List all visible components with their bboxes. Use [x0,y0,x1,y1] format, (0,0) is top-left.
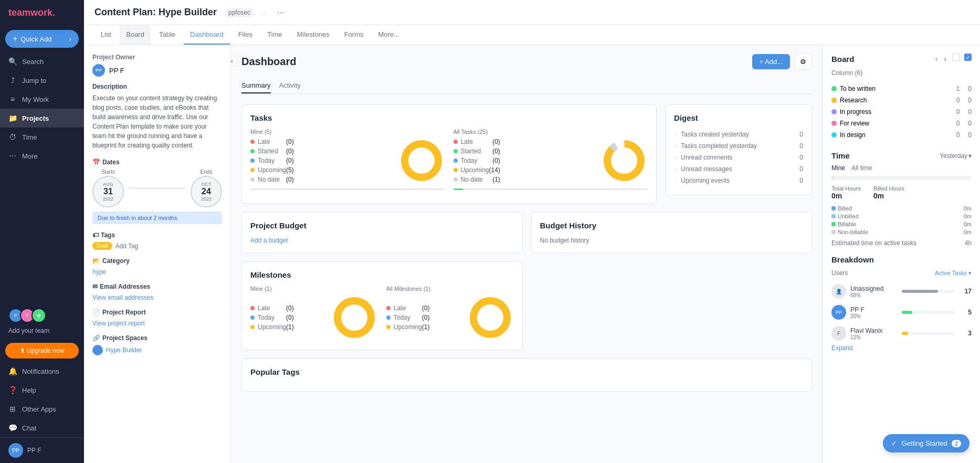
tab-milestones[interactable]: Milestones [290,25,335,45]
sidebar-item-projects[interactable]: 📁 Projects [0,109,84,128]
active-tasks-dropdown[interactable]: Active Tasks ▾ [935,269,972,277]
alltime-time-tab[interactable]: All time [851,164,872,172]
checkbox-1[interactable] [953,54,960,61]
board-row-1: Research 0 0 [831,94,972,106]
description-section: Description Execute on your content stra… [92,83,222,150]
digest-row-0: ○ Tasks created yesterday 0 [674,129,803,140]
flavi-name: Flavi Wanix [850,327,883,334]
ppf-pct: 20% [850,313,864,319]
team-section: P F + Add your team [0,299,84,340]
content-area: Project Owner PP PP F Description Execut… [84,45,980,463]
billed-hours-value: 0m [873,192,904,200]
view-report-link[interactable]: View project report [92,320,145,327]
add-widget-button[interactable]: + Add... [752,54,790,69]
stat-row: Upcoming (5) [250,166,294,174]
getting-started-button[interactable]: ✓ Getting Started 2 [883,434,970,453]
dates-row: Starts AUG 31 2022 Ends OCT 24 2 [92,169,222,207]
add-tag-button[interactable]: Add Tag [115,243,139,250]
add-team-label[interactable]: Add your team [8,327,76,334]
summary-tab[interactable]: Summary [241,78,271,93]
milestone-stat-row: Late (0) [250,304,294,312]
board-prev-button[interactable]: ‹ [933,54,940,64]
add-budget-link[interactable]: Add a budget [250,237,288,244]
sidebar-item-other-apps[interactable]: ⊞ Other Apps [0,399,84,418]
board-next-button[interactable]: › [942,54,949,64]
time-icon: ⏱ [8,133,17,141]
sidebar-item-search[interactable]: 🔍 Search [0,52,84,71]
tab-time[interactable]: Time [261,25,288,45]
digest-title: Digest [674,113,803,122]
tab-list[interactable]: List [94,25,118,45]
user-section[interactable]: PP PP F [0,437,84,463]
stat-row: Today (0) [250,157,294,164]
more-options-icon[interactable]: ··· [277,8,284,17]
sidebar: teamwork. + Quick Add › 🔍 Search ⤴ Jump … [0,0,84,463]
sidebar-item-help[interactable]: ❓ Help [0,381,84,399]
tab-more[interactable]: More... [372,25,405,45]
sidebar-item-chat[interactable]: 💬 Chat [0,418,84,437]
sidebar-item-my-work[interactable]: ≡ My Work [0,90,84,109]
all-donut-container: Late (0) Started (0) Today [454,137,648,184]
digest-row-1: ○ Tasks completed yesterday 0 [674,140,803,152]
board-header: Board ‹ › ✓ [831,54,972,64]
user-row-unassigned: 👤 Unassigned 68% 17 [831,281,972,302]
report-section: 📄 Project Report View project report [92,309,222,327]
settings-button[interactable]: ⚙ [794,54,812,70]
tab-files[interactable]: Files [232,25,259,45]
sidebar-item-more[interactable]: ⋯ More [0,146,84,165]
quick-add-button[interactable]: + Quick Add › [5,30,79,48]
tag-draft[interactable]: Draft [92,242,112,250]
mine-milestones-label: Mine (1) [250,286,378,292]
breakdown-header: Breakdown [831,255,972,264]
legend-dot-3 [831,230,836,234]
milestone-stat-row: Upcoming (1) [250,323,294,331]
mine-tasks: Mine (5) Late (0) Started [250,129,445,190]
user-info-flavi: F Flavi Wanix 12% [831,326,893,341]
milestones-row: Milestones Mine (1) Late (0) [241,261,812,350]
collapse-left-button[interactable]: ‹ [231,56,237,66]
report-label: 📄 Project Report [92,309,222,316]
expand-link[interactable]: Expand [831,344,853,352]
description-text: Execute on your content strategy by crea… [92,93,222,150]
spaces-value[interactable]: Hype Builder [106,346,142,354]
category-value[interactable]: hype [92,268,106,276]
ppf-count: 5 [963,309,972,316]
color-dot-4 [831,132,837,138]
tab-table[interactable]: Table [153,25,182,45]
mine-time-tab[interactable]: Mine [831,164,845,172]
dates-section: 📅 Dates Starts AUG 31 2022 Ends [92,159,222,224]
legend-dot-0 [831,206,836,211]
sidebar-item-jump-to[interactable]: ⤴ Jump to [0,71,84,90]
mine-label: Mine (5) [250,129,445,135]
view-emails-link[interactable]: View email addresses [92,294,154,301]
all-milestones-container: Late (0) Today (0) Upcoming [386,294,514,341]
dashboard-header: Dashboard + Add... ⚙ [241,54,812,70]
board-counts-4: 0 0 [956,131,972,139]
dashboard-title: Dashboard [241,56,296,68]
tab-dashboard[interactable]: Dashboard [184,25,230,45]
activity-tab[interactable]: Activity [279,78,301,93]
spaces-label: 🔗 Project Spaces [92,334,222,342]
avatar-flavi: F [831,326,846,341]
nav-tabs: List Board Table Dashboard Files Time Mi… [84,25,980,45]
avatar-unassigned: 👤 [831,284,846,299]
owner-name: PP F [109,67,124,75]
sidebar-item-notifications[interactable]: 🔔 Notifications [0,362,84,381]
description-label: Description [92,83,222,90]
sidebar-item-time[interactable]: ⏱ Time [0,128,84,146]
time-filter[interactable]: Yesterday ▾ [940,152,972,160]
team-avatar-add[interactable]: + [31,308,46,323]
total-hours-value: 0m [831,192,861,200]
email-section: ✉ Email Addresses View email addresses [92,283,222,301]
tab-forms[interactable]: Forms [338,25,370,45]
upgrade-button[interactable]: ⬆ Upgrade now [5,343,79,359]
estimated-label: Estimated time on active tasks [831,239,916,247]
legend-dot-2 [831,222,836,226]
board-checkboxes: ✓ [953,54,972,64]
star-icon[interactable]: ☆ [262,8,269,17]
time-legend: Billed 0m Unbilled 0m Billable 0m Non-bi… [831,205,972,235]
tab-board[interactable]: Board [120,25,151,45]
checkbox-2[interactable]: ✓ [964,54,972,61]
budget-title: Project Budget [250,221,514,230]
digest-icon-0: ○ [674,131,678,138]
